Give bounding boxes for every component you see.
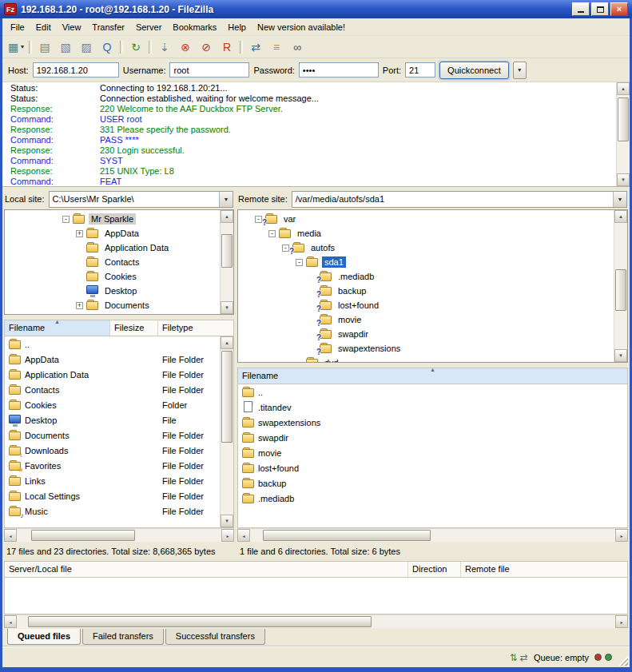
synchronized-browsing-icon[interactable]: ⇄ — [246, 38, 265, 56]
scroll-left-icon[interactable]: ◂ — [4, 529, 17, 542]
local-site-combobox[interactable]: C:\Users\Mr Sparkle\ ▼ — [49, 191, 233, 208]
local-tree-scrollbar[interactable]: ▲ ▼ — [220, 210, 233, 314]
quickconnect-dropdown-icon[interactable]: ▼ — [513, 62, 527, 79]
tree-item[interactable]: lost+found — [238, 298, 614, 312]
combo-dropdown-icon[interactable]: ▼ — [219, 192, 233, 207]
tree-item[interactable]: Cookies — [5, 269, 220, 284]
file-row[interactable]: swapextensions — [238, 415, 627, 430]
process-queue-icon[interactable]: ⇣ — [155, 38, 174, 56]
local-directory-tree[interactable]: Mr Sparkle AppData — [5, 210, 220, 314]
scroll-down-icon[interactable]: ▼ — [614, 349, 627, 362]
scrollbar-thumb[interactable] — [28, 616, 372, 627]
file-row[interactable]: Documents File Folder — [5, 427, 220, 443]
tree-item[interactable]: Documents — [5, 298, 220, 312]
file-row[interactable]: backup — [238, 475, 627, 491]
refresh-icon[interactable]: ↻ — [126, 38, 145, 56]
tree-expander-icon[interactable] — [268, 230, 276, 237]
scroll-left-icon[interactable]: ◂ — [237, 529, 250, 542]
menu-item[interactable]: Help — [222, 20, 252, 34]
scroll-up-icon[interactable]: ▲ — [221, 336, 233, 349]
tree-item[interactable]: Application Data — [5, 241, 220, 255]
message-log[interactable]: Status: Connecting to 192.168.1.20:21...… — [2, 82, 616, 186]
column-header-filesize[interactable]: Filesize — [110, 320, 158, 336]
remote-file-list[interactable]: .. .titandev — [238, 384, 627, 527]
find-files-icon[interactable]: ∞ — [288, 38, 307, 56]
file-row[interactable]: Music File Folder — [5, 503, 220, 519]
scroll-right-icon[interactable]: ▸ — [221, 529, 234, 542]
log-scrollbar[interactable]: ▲ ▼ — [616, 82, 630, 186]
queue-tab[interactable]: Queued files — [7, 629, 81, 645]
host-input[interactable] — [33, 62, 119, 78]
cancel-operation-icon[interactable]: ⊗ — [176, 38, 195, 56]
file-row[interactable]: AppData File Folder — [5, 352, 220, 367]
scroll-right-icon[interactable]: ▸ — [615, 615, 628, 628]
password-input[interactable] — [299, 62, 379, 78]
username-input[interactable] — [169, 62, 249, 78]
file-row[interactable]: Links File Folder — [5, 473, 220, 488]
file-row[interactable]: movie — [238, 445, 627, 460]
scrollbar-thumb[interactable] — [221, 234, 233, 268]
scroll-down-icon[interactable]: ▼ — [221, 515, 233, 527]
file-row[interactable]: Favorites File Folder — [5, 458, 220, 473]
file-row[interactable]: swapdir — [238, 430, 627, 445]
file-row[interactable]: lost+found — [238, 460, 627, 475]
close-button[interactable]: × — [610, 2, 628, 16]
menu-item[interactable]: File — [5, 20, 30, 34]
filter-icon[interactable]: ⇄ — [520, 652, 528, 663]
menu-item[interactable]: View — [57, 20, 87, 34]
menu-item[interactable]: Server — [130, 20, 167, 34]
combo-dropdown-icon[interactable]: ▼ — [613, 192, 626, 207]
menu-item[interactable]: Edit — [30, 20, 57, 34]
tree-item[interactable]: swapextensions — [238, 341, 614, 356]
queue-list[interactable] — [4, 578, 628, 614]
tree-item[interactable]: Contacts — [5, 255, 220, 269]
tree-item[interactable]: var — [238, 212, 614, 226]
transfer-activity-icon[interactable]: ⇅ — [510, 652, 518, 663]
tree-item[interactable]: Mr Sparkle — [5, 212, 220, 226]
menu-item[interactable]: Bookmarks — [167, 20, 222, 34]
queue-tab[interactable]: Successful transfers — [165, 629, 265, 645]
scroll-down-icon[interactable]: ▼ — [221, 301, 233, 314]
remote-directory-tree[interactable]: var media auto — [238, 210, 614, 362]
local-list-scrollbar[interactable]: ▲ ▼ — [220, 336, 233, 527]
resize-grip[interactable] — [618, 656, 628, 666]
file-row[interactable]: .. — [5, 336, 220, 352]
toggle-remote-tree-icon[interactable]: ▨ — [77, 38, 96, 56]
file-row[interactable]: Downloads File Folder — [5, 443, 220, 458]
directory-comparison-icon[interactable]: ≡ — [267, 38, 286, 56]
column-header-filename[interactable]: Filename ▲ — [238, 368, 627, 384]
tree-item[interactable]: autofs — [238, 241, 614, 255]
tree-item[interactable]: swapdir — [238, 327, 614, 341]
tree-expander-icon[interactable] — [62, 216, 70, 223]
site-manager-icon[interactable]: ▦ — [6, 38, 26, 56]
toggle-message-log-icon[interactable]: ▤ — [35, 38, 54, 56]
column-header-filetype[interactable]: Filetype — [158, 320, 233, 336]
tree-item[interactable]: AppData — [5, 226, 220, 241]
menu-item[interactable]: New version available! — [252, 20, 351, 34]
local-file-list[interactable]: .. AppData — [5, 336, 220, 527]
disconnect-icon[interactable]: ⊘ — [197, 38, 216, 56]
scroll-left-icon[interactable]: ◂ — [4, 615, 17, 628]
remote-horizontal-scrollbar[interactable]: ◂ ▸ — [237, 528, 628, 542]
reconnect-icon[interactable]: R — [217, 38, 237, 56]
file-row[interactable]: .titandev — [238, 400, 627, 415]
queue-tab[interactable]: Failed transfers — [82, 629, 164, 645]
scrollbar-thumb[interactable] — [618, 97, 629, 141]
toggle-local-tree-icon[interactable]: ▧ — [56, 38, 75, 56]
quickconnect-button[interactable]: Quickconnect — [439, 62, 509, 79]
scrollbar-thumb[interactable] — [31, 530, 135, 541]
file-row[interactable]: .. — [238, 384, 627, 400]
file-row[interactable]: Cookies Folder — [5, 397, 220, 412]
tree-item[interactable]: sda1 — [238, 255, 614, 269]
minimize-button[interactable] — [572, 2, 590, 16]
column-header-server-local-file[interactable]: Server/Local file — [5, 562, 408, 577]
scroll-right-icon[interactable]: ▸ — [615, 529, 628, 542]
tree-item[interactable]: Desktop — [5, 284, 220, 298]
tree-item[interactable]: Downloads — [5, 312, 220, 314]
file-row[interactable]: Desktop File — [5, 412, 220, 427]
remote-site-combobox[interactable]: /var/media/autofs/sda1 ▼ — [292, 191, 627, 208]
maximize-button[interactable] — [591, 2, 609, 16]
file-row[interactable]: .mediadb — [238, 491, 627, 506]
tree-item[interactable]: backup — [238, 284, 614, 298]
file-row[interactable]: Application Data File Folder — [5, 367, 220, 382]
